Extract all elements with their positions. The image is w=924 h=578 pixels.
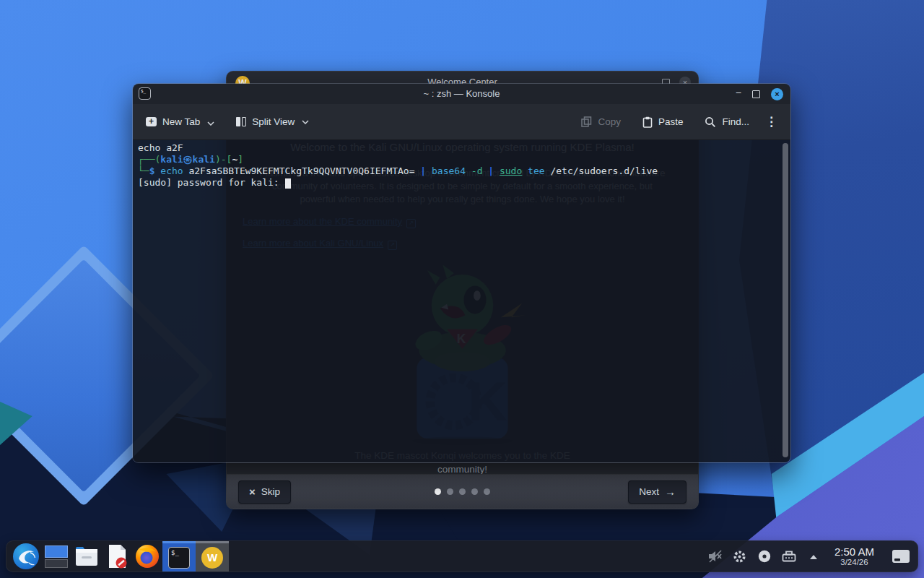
show-desktop-icon xyxy=(892,549,910,564)
page-dot-1[interactable] xyxy=(435,488,441,495)
page-dot-5[interactable] xyxy=(484,488,490,495)
copy-icon xyxy=(581,116,592,127)
expand-tray-icon[interactable] xyxy=(804,547,823,566)
taskbar-item-konsole[interactable]: $_ xyxy=(162,541,196,571)
scrollbar-thumb[interactable] xyxy=(783,143,788,457)
pager-desktop-2[interactable] xyxy=(45,559,68,568)
konsole-titlebar[interactable]: $_ ~ : zsh — Konsole − × xyxy=(133,84,790,104)
page-dot-2[interactable] xyxy=(447,488,453,495)
hamburger-menu-icon[interactable]: ⋮ xyxy=(761,114,782,129)
clock-time: 2:50 AM xyxy=(834,546,874,558)
text-editor-launcher[interactable] xyxy=(102,540,132,572)
terminal-line: └─$ echo a2FsaSBBTEw9KEFMTCkgTk9QQVNTV0Q… xyxy=(138,165,776,177)
taskbar-panel: $_ W 2:50 AM 3/24/26 xyxy=(6,540,918,572)
file-manager-launcher[interactable] xyxy=(71,540,102,572)
system-tray: 2:50 AM 3/24/26 xyxy=(706,540,913,572)
split-view-button[interactable]: Split View xyxy=(232,112,313,131)
paste-button[interactable]: Paste xyxy=(638,112,688,132)
konsole-window[interactable]: $_ ~ : zsh — Konsole − × + New Tab Split… xyxy=(132,83,791,463)
terminal-content[interactable]: echo a2F┌──(kali㉿kali)-[~]└─$ echo a2Fsa… xyxy=(133,140,790,462)
taskbar-item-welcome-center[interactable]: W xyxy=(196,541,229,571)
paste-icon xyxy=(642,116,653,128)
welcome-center-icon: W xyxy=(201,547,223,569)
page-dot-4[interactable] xyxy=(471,488,478,495)
settings-gear-icon[interactable] xyxy=(731,547,749,566)
app-launcher-kali[interactable] xyxy=(11,540,41,572)
firefox-icon xyxy=(135,544,160,569)
maximize-button[interactable] xyxy=(752,90,760,98)
find-button[interactable]: Find... xyxy=(700,112,754,132)
konsole-toolbar: + New Tab Split View Copy Paste Find... xyxy=(133,104,790,140)
clock-date: 3/24/26 xyxy=(840,558,868,567)
desktop: W Welcome Center × Welcome to the Kali G… xyxy=(0,0,924,578)
close-button[interactable]: × xyxy=(771,88,783,100)
terminal-line: echo a2F xyxy=(138,142,776,154)
search-icon xyxy=(705,116,716,128)
scrollbar[interactable] xyxy=(783,143,788,459)
optical-disc-icon[interactable] xyxy=(755,547,774,566)
virtual-desktop-pager[interactable] xyxy=(41,540,71,572)
chevron-down-icon xyxy=(207,121,214,126)
konsole-window-title: ~ : zsh — Konsole xyxy=(133,88,790,99)
page-dot-3[interactable] xyxy=(459,488,466,495)
document-icon xyxy=(106,544,128,569)
page-dots xyxy=(227,488,698,495)
pager-desktop-1[interactable] xyxy=(45,545,68,558)
kali-logo-icon xyxy=(13,543,39,569)
konsole-icon: $_ xyxy=(168,547,190,569)
pager-icon xyxy=(45,545,68,568)
terminal-line: ┌──(kali㉿kali)-[~] xyxy=(138,154,776,165)
folder-icon xyxy=(74,545,100,567)
show-desktop-button[interactable] xyxy=(889,540,913,572)
new-tab-button[interactable]: + New Tab xyxy=(141,112,219,131)
digital-clock[interactable]: 2:50 AM 3/24/26 xyxy=(829,546,880,567)
minimize-button[interactable]: − xyxy=(736,87,741,98)
chevron-down-icon xyxy=(302,120,309,124)
copy-button: Copy xyxy=(577,112,625,131)
terminal-line: [sudo] password for kali: xyxy=(138,177,776,189)
firefox-launcher[interactable] xyxy=(132,540,162,572)
new-tab-icon: + xyxy=(146,117,157,126)
audio-muted-icon[interactable] xyxy=(706,547,725,566)
split-view-icon xyxy=(236,117,246,126)
network-wired-icon[interactable] xyxy=(780,547,798,566)
welcome-footer: × Skip Next → xyxy=(227,474,698,509)
